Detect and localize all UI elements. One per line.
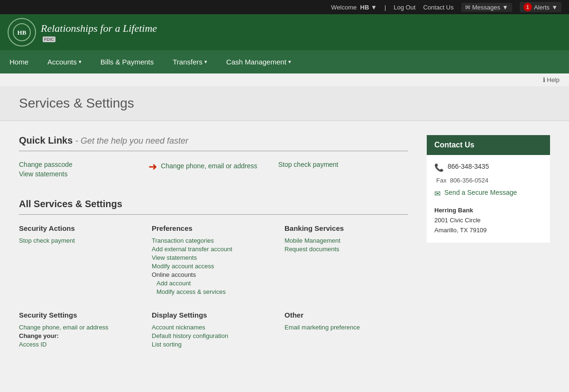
contact-box-header: Contact Us (427, 135, 550, 155)
main-nav: Home Accounts ▾ Bills & Payments Transfe… (0, 50, 569, 73)
contact-address: Herring Bank 2001 Civic Circle Amarillo,… (434, 206, 542, 235)
transfers-chevron: ▾ (204, 59, 207, 65)
contact-box-body: 📞 866-348-3435 Fax 806-356-0524 ✉ Send a… (427, 155, 550, 243)
contact-message-row: ✉ Send a Secure Message (434, 189, 542, 198)
services-grid: Security Actions Stop check payment Pref… (19, 224, 408, 349)
service-mobile-management[interactable]: Mobile Management (284, 237, 408, 244)
security-actions-category: Security Actions Stop check payment (19, 224, 142, 297)
quick-links-subtitle: - Get the help you need faster (75, 136, 188, 146)
all-services-title: All Services & Settings (19, 199, 408, 215)
contact-phone: 866-348-3435 (448, 163, 489, 170)
service-online-accounts-label: Online accounts (152, 271, 275, 278)
nav-home[interactable]: Home (0, 50, 38, 73)
address-line2: Amarillo, TX 79109 (434, 226, 542, 236)
contact-us-link[interactable]: Contact Us (423, 4, 453, 11)
quick-link-stop-check[interactable]: Stop check payment (278, 161, 408, 168)
bank-tagline: Relationships for a Lifetime (41, 22, 157, 35)
service-modify-access-services[interactable]: Modify access & services (156, 288, 275, 295)
service-default-history[interactable]: Default history configuration (152, 332, 275, 339)
service-access-id[interactable]: Access ID (19, 341, 142, 348)
page-wrapper: ℹ Help Services & Settings Quick Links -… (0, 73, 569, 392)
service-view-statements[interactable]: View statements (152, 254, 275, 261)
top-bar: Welcome HB ▼ | Log Out Contact Us ✉ Mess… (0, 0, 569, 14)
envelope-icon: ✉ (434, 189, 441, 198)
display-settings-title: Display Settings (152, 311, 275, 319)
security-settings-category: Security Settings Change phone, email or… (19, 311, 142, 349)
quick-link-phone[interactable]: Change phone, email or address (161, 162, 257, 170)
service-modify-access[interactable]: Modify account access (152, 263, 275, 270)
service-account-nicknames[interactable]: Account nicknames (152, 324, 275, 331)
arrow-highlight: ➜ Change phone, email or address (148, 161, 278, 173)
left-section: Quick Links - Get the help you need fast… (19, 135, 427, 349)
quick-links-grid: Change passcode View statements ➜ Change… (19, 161, 408, 180)
other-category: Other Email marketing preference (284, 311, 408, 349)
banking-services-title: Banking Services (284, 224, 408, 232)
quick-links-col-1: Change passcode View statements (19, 161, 148, 180)
preferences-title: Preferences (152, 224, 275, 232)
logout-link[interactable]: Log Out (394, 4, 415, 11)
header: HB Relationships for a Lifetime FDIC (0, 14, 569, 50)
help-icon: ℹ (543, 76, 545, 83)
bank-name: Herring Bank (434, 206, 542, 216)
nav-transfers[interactable]: Transfers ▾ (163, 50, 217, 73)
security-actions-title: Security Actions (19, 224, 142, 232)
nav-accounts[interactable]: Accounts ▾ (38, 50, 91, 73)
quick-links-col-3: Stop check payment (278, 161, 408, 180)
red-arrow-icon: ➜ (148, 161, 157, 173)
nav-cash-management[interactable]: Cash Management ▾ (217, 50, 301, 73)
page-title: Services & Settings (19, 96, 550, 111)
banking-services-category: Banking Services Mobile Management Reque… (284, 224, 408, 297)
contact-phone-row: 📞 866-348-3435 (434, 163, 542, 172)
service-email-marketing[interactable]: Email marketing preference (284, 324, 408, 331)
contact-box: Contact Us 📞 866-348-3435 Fax 806-356-05… (427, 135, 550, 243)
service-sub-group: Add account Modify access & services (156, 280, 275, 295)
secure-message-link[interactable]: Send a Secure Message (444, 189, 517, 196)
bank-logo: HB (8, 18, 36, 46)
contact-fax-row: Fax 806-356-0524 (434, 177, 542, 184)
quick-link-statements[interactable]: View statements (19, 170, 148, 178)
nav-bills[interactable]: Bills & Payments (91, 50, 164, 73)
phone-icon: 📞 (434, 163, 444, 172)
quick-links-col-2: ➜ Change phone, email or address (148, 161, 278, 180)
accounts-chevron: ▾ (79, 59, 82, 65)
service-transaction-categories[interactable]: Transaction categories (152, 237, 275, 244)
alerts-button[interactable]: 1 Alerts ▼ (520, 2, 561, 12)
service-list-sorting[interactable]: List sorting (152, 341, 275, 348)
security-settings-title: Security Settings (19, 311, 142, 319)
top-bar-divider: | (385, 4, 386, 11)
logo-area: HB Relationships for a Lifetime FDIC (0, 14, 165, 50)
service-change-your-label: Change your: (19, 332, 142, 339)
address-line1: 2001 Civic Circle (434, 216, 542, 226)
service-stop-check[interactable]: Stop check payment (19, 237, 142, 244)
fdic-badge: FDIC (43, 36, 55, 42)
service-add-account[interactable]: Add account (156, 280, 275, 287)
service-add-external[interactable]: Add external transfer account (152, 246, 275, 253)
quick-link-passcode[interactable]: Change passcode (19, 161, 148, 168)
right-section: Contact Us 📞 866-348-3435 Fax 806-356-05… (427, 135, 550, 349)
cash-management-chevron: ▾ (288, 59, 291, 65)
service-request-documents[interactable]: Request documents (284, 246, 408, 253)
contact-fax-number: 806-356-0524 (450, 177, 488, 184)
messages-button[interactable]: ✉ Messages ▼ (461, 3, 512, 12)
quick-links-title: Quick Links - Get the help you need fast… (19, 135, 408, 151)
main-content: Quick Links - Get the help you need fast… (0, 121, 569, 364)
alerts-badge: 1 (523, 3, 532, 11)
svg-text:HB: HB (18, 29, 27, 36)
preferences-category: Preferences Transaction categories Add e… (152, 224, 275, 297)
help-bar: ℹ Help (0, 73, 569, 86)
page-title-area: Services & Settings (0, 86, 569, 121)
display-settings-category: Display Settings Account nicknames Defau… (152, 311, 275, 349)
help-link[interactable]: Help (547, 76, 560, 83)
service-change-phone[interactable]: Change phone, email or address (19, 324, 142, 331)
welcome-text: Welcome HB ▼ (331, 4, 376, 11)
other-title: Other (284, 311, 408, 319)
